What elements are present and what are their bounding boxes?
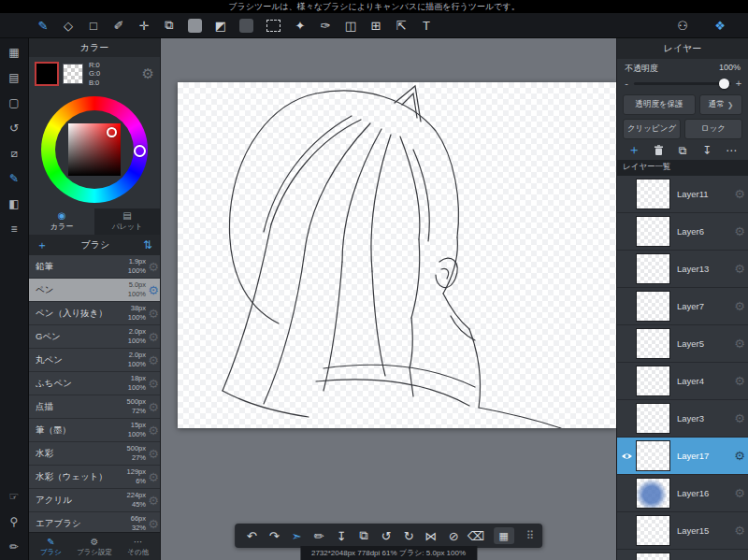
layer-row[interactable]: Layer11 ⚙: [617, 176, 748, 213]
brush-settings-gear-icon[interactable]: ⚙: [148, 260, 159, 274]
layer-row[interactable]: Layer7 ⚙: [617, 288, 748, 325]
clipping-button[interactable]: クリッピング: [623, 119, 681, 139]
list-icon[interactable]: ≡: [5, 221, 23, 237]
tab-others[interactable]: ⋯ その他: [116, 533, 160, 560]
select-eraser-icon[interactable]: ◫: [339, 15, 362, 36]
color-settings-gear-icon[interactable]: ⚙: [142, 65, 154, 82]
brush-settings-gear-icon[interactable]: ⚙: [148, 330, 159, 344]
delete-layer-icon[interactable]: [651, 144, 666, 157]
marquee-select-icon[interactable]: [266, 20, 280, 32]
brush-item[interactable]: ふちペン 18px100% ⚙: [29, 372, 160, 395]
layer-settings-gear-icon[interactable]: ⚙: [734, 187, 745, 201]
lock-button[interactable]: ロック: [684, 119, 742, 139]
more-layer-actions-icon[interactable]: ⋯: [724, 144, 739, 157]
layer-settings-gear-icon[interactable]: ⚙: [734, 262, 745, 276]
tone-icon[interactable]: ◧: [5, 195, 23, 212]
primary-color-swatch[interactable]: [35, 62, 59, 86]
saturation-value-square[interactable]: [68, 123, 121, 176]
opacity-minus[interactable]: -: [623, 78, 630, 89]
layer-settings-gear-icon[interactable]: ⚙: [734, 449, 745, 463]
history-icon[interactable]: ↺: [5, 120, 23, 136]
rotate-right-icon[interactable]: ↻: [400, 528, 418, 544]
clear-icon[interactable]: ⌫: [468, 528, 485, 544]
merge-layer-icon[interactable]: ↧: [699, 144, 714, 157]
pencil-icon[interactable]: ✏: [5, 538, 23, 555]
layer-settings-gear-icon[interactable]: ⚙: [734, 337, 745, 351]
protect-alpha-button[interactable]: 透明度を保護: [623, 94, 696, 115]
share-icon[interactable]: ⚇: [671, 15, 694, 36]
layer-thumbnail[interactable]: [636, 328, 670, 359]
select-icon[interactable]: ▢: [5, 94, 23, 111]
menu-icon[interactable]: ▦: [5, 44, 23, 61]
snap-icon[interactable]: ➣: [288, 528, 306, 544]
divide-canvas-icon[interactable]: ⊞: [365, 15, 387, 36]
brush-sort-icon[interactable]: ⇅: [143, 238, 152, 251]
layer-thumbnail[interactable]: [636, 179, 670, 209]
blend-mode-button[interactable]: 通常 ❯: [699, 94, 742, 115]
hide-drawing-icon[interactable]: ⊘: [445, 528, 463, 544]
opacity-track[interactable]: [634, 82, 731, 85]
sv-marker[interactable]: [107, 127, 117, 137]
eye-icon[interactable]: [617, 452, 636, 461]
material-button[interactable]: ▦: [494, 527, 514, 544]
brush-settings-gear-icon[interactable]: ⚙: [148, 494, 159, 508]
secondary-color-swatch[interactable]: [63, 64, 83, 84]
brush-settings-gear-icon[interactable]: ⚙: [148, 470, 159, 484]
brush-item[interactable]: エアブラシ 66px32% ⚙: [29, 512, 160, 532]
brush-settings-gear-icon[interactable]: ⚙: [148, 447, 159, 461]
opacity-slider[interactable]: - +: [623, 76, 742, 91]
undo-icon[interactable]: ↶: [243, 528, 261, 544]
eyedropper-icon[interactable]: ⚲: [5, 513, 23, 530]
hand-tool-icon[interactable]: ☞: [5, 488, 23, 505]
file-icon[interactable]: ▤: [5, 69, 23, 86]
select-move-icon[interactable]: ⇱: [390, 15, 412, 36]
gradient-tool-chip[interactable]: [239, 19, 253, 33]
brush-item[interactable]: 丸ペン 2.0px100% ⚙: [29, 349, 160, 372]
opacity-plus[interactable]: +: [735, 78, 742, 89]
brush-item-selected[interactable]: ペン 5.0px100% ⚙: [29, 279, 160, 302]
bucket-tool-icon[interactable]: ◩: [209, 15, 232, 36]
layer-thumbnail[interactable]: [636, 403, 670, 434]
layer-settings-gear-icon[interactable]: ⚙: [734, 486, 745, 500]
shape-tool-icon[interactable]: □: [82, 15, 105, 36]
layer-thumbnail[interactable]: [636, 440, 670, 471]
add-brush-icon[interactable]: ＋: [36, 237, 48, 253]
brush-settings-gear-icon[interactable]: ⚙: [148, 307, 159, 321]
layer-row[interactable]: Layer13 ⚙: [617, 251, 748, 288]
hue-marker[interactable]: [134, 145, 146, 157]
brush-settings-gear-icon[interactable]: ⚙: [148, 377, 159, 391]
brush-settings-gear-icon[interactable]: ⚙: [148, 283, 159, 297]
brush-item[interactable]: アクリル 224px45% ⚙: [29, 489, 160, 512]
canvas[interactable]: [178, 82, 616, 428]
rotate-left-icon[interactable]: ↺: [378, 528, 396, 544]
duplicate-layer-icon[interactable]: ⧉: [675, 144, 690, 157]
export-icon[interactable]: ⧉: [355, 528, 373, 544]
brush-item[interactable]: 点描 500px72% ⚙: [29, 395, 160, 419]
hue-ring[interactable]: [41, 96, 148, 203]
layer-row[interactable]: Layer3 ⚙: [617, 400, 748, 438]
move-tool-icon[interactable]: ✛: [133, 15, 155, 36]
layer-thumbnail[interactable]: [636, 366, 670, 396]
redo-icon[interactable]: ↷: [266, 528, 283, 544]
layer-settings-gear-icon[interactable]: ⚙: [734, 411, 745, 425]
layer-thumbnail[interactable]: [636, 253, 670, 284]
save-icon[interactable]: ↧: [333, 528, 351, 544]
layer-settings-gear-icon[interactable]: ⚙: [734, 524, 745, 538]
layer-row[interactable]: Layer5 ⚙: [617, 325, 748, 363]
paint-icon[interactable]: ✎: [5, 170, 23, 187]
layer-row[interactable]: Layer4 ⚙: [617, 363, 748, 400]
export-tool-icon[interactable]: ⧉: [158, 15, 180, 36]
brush-item[interactable]: 水彩（ウェット） 129px6% ⚙: [29, 466, 160, 489]
layer-settings-gear-icon[interactable]: ⚙: [734, 224, 745, 238]
brush-item[interactable]: Gペン 2.0px100% ⚙: [29, 325, 160, 349]
layer-settings-gear-icon[interactable]: ⚙: [734, 299, 745, 313]
magic-wand-icon[interactable]: ✦: [289, 15, 311, 36]
layer-thumbnail[interactable]: [636, 553, 670, 560]
layer-row[interactable]: Layer6 ⚙: [617, 213, 748, 251]
tab-color[interactable]: ◉ カラー: [29, 208, 94, 235]
brush-settings-gear-icon[interactable]: ⚙: [148, 353, 159, 367]
lasso-pen-icon[interactable]: ✑: [314, 15, 337, 36]
brush-item[interactable]: ペン（入り抜き） 38px100% ⚙: [29, 302, 160, 325]
flip-icon[interactable]: ⋈: [423, 528, 440, 544]
layer-row[interactable]: Layer16 ⚙: [617, 475, 748, 512]
